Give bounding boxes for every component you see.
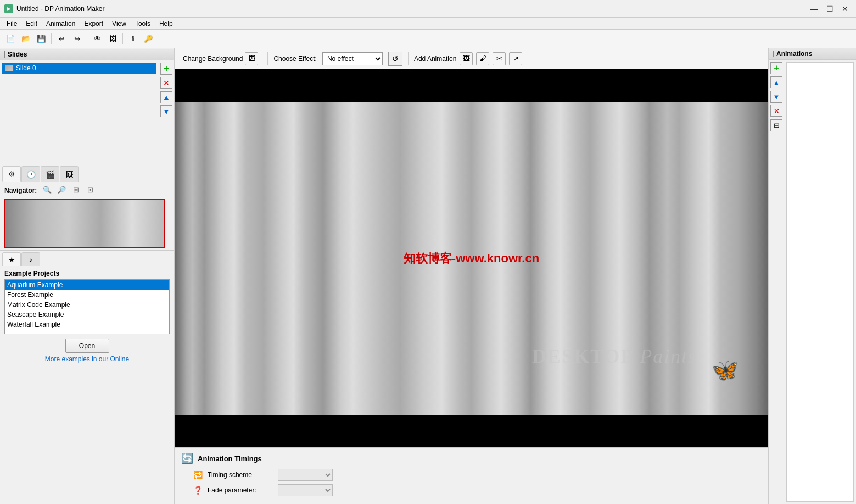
menu-edit[interactable]: Edit [21, 19, 42, 29]
slide-canvas[interactable]: 知软博客-www.knowr.cn DESKTOP Paints 🦋 [175, 69, 768, 447]
zoom-out-button[interactable]: 🔎 [55, 184, 68, 194]
tab-favorites[interactable]: ★ [2, 252, 21, 266]
add-animation-ctrl-button[interactable]: + [770, 62, 782, 74]
fade-param-row: ❓ Fade parameter: [181, 484, 762, 496]
slide-thumbnail [5, 65, 14, 71]
info-button[interactable]: ℹ [126, 32, 140, 46]
canvas-middle: 知软博客-www.knowr.cn DESKTOP Paints 🦋 [175, 102, 768, 415]
slide-tabs-bar: ⚙ 🕐 🎬 🖼 [0, 165, 174, 182]
example-projects-list: Aquarium Example Forest Example Matrix C… [4, 279, 170, 334]
butterfly-image: 🦋 [711, 357, 738, 383]
maximize-button[interactable]: ☐ [823, 3, 836, 14]
animations-area: + ▲ ▼ ✕ ⊟ [769, 60, 856, 504]
example-projects-title: Example Projects [4, 270, 170, 277]
fit-button[interactable]: ⊞ [70, 184, 82, 194]
header-line [4, 51, 5, 58]
slide-label: Slide 0 [16, 64, 36, 72]
menu-export[interactable]: Export [80, 19, 108, 29]
example-item-seascape[interactable]: Seascape Example [5, 310, 169, 320]
add-animation-brush-btn[interactable]: 🖌 [476, 52, 489, 65]
effect-select[interactable]: No effect [322, 52, 383, 65]
open-button[interactable]: 📂 [19, 32, 33, 46]
choose-effect-label: Choose Effect: [273, 55, 317, 63]
example-item-forest[interactable]: Forest Example [5, 290, 169, 300]
open-example-button[interactable]: Open [65, 339, 109, 353]
remove-slide-button[interactable]: ✕ [160, 77, 172, 89]
action-toolbar: Change Background 🖼 Choose Effect: No ef… [175, 48, 768, 69]
move-anim-up-button[interactable]: ▲ [770, 76, 782, 88]
right-panel: Animations + ▲ ▼ ✕ ⊟ [768, 48, 856, 504]
more-examples-link[interactable]: More examples in our Online [4, 355, 170, 365]
main-toolbar: 📄 📂 💾 ↩ ↪ 👁 🖼 ℹ 🔑 [0, 30, 856, 48]
toolbar-separator-1 [51, 33, 52, 44]
actual-size-button[interactable]: ⊡ [84, 184, 96, 194]
tab-settings[interactable]: ⚙ [2, 166, 21, 182]
nav-controls: 🔍 🔎 ⊞ ⊡ [41, 184, 96, 194]
add-animation-label: Add Animation [414, 55, 456, 63]
title-bar-controls: — ☐ ✕ [808, 3, 852, 14]
fade-param-select[interactable] [278, 484, 333, 496]
slides-list: Slide 0 [0, 60, 159, 165]
minimize-button[interactable]: — [808, 3, 821, 14]
move-slide-up-button[interactable]: ▲ [160, 91, 172, 103]
preview-button[interactable]: 👁 [90, 32, 104, 46]
timing-scheme-select[interactable] [278, 469, 333, 481]
timings-title-row: 🔄 Animation Timings [181, 452, 762, 464]
canvas-area: 知软博客-www.knowr.cn DESKTOP Paints 🦋 🔄 Ani… [175, 69, 768, 504]
example-item-waterfall[interactable]: Waterfall Example [5, 320, 169, 329]
effect-refresh-button[interactable]: ↺ [388, 52, 402, 66]
slides-title: Slides [8, 51, 27, 58]
tab-timing[interactable]: 🕐 [21, 166, 40, 182]
add-animation-scissors-btn[interactable]: ✂ [493, 52, 506, 65]
add-animation-arrow-btn[interactable]: ↗ [509, 52, 522, 65]
tab-music[interactable]: ♪ [21, 252, 40, 266]
fade-icon: ❓ [192, 486, 203, 495]
close-button[interactable]: ✕ [838, 3, 852, 14]
desktop-paints-text: DESKTOP Paints [532, 345, 697, 368]
image-button[interactable]: 🖼 [105, 32, 120, 46]
zoom-in-button[interactable]: 🔍 [41, 184, 53, 194]
menu-animation[interactable]: Animation [42, 19, 80, 29]
menu-tools[interactable]: Tools [131, 19, 155, 29]
change-bg-icon-btn[interactable]: 🖼 [245, 52, 258, 65]
navigator-section: Navigator: 🔍 🔎 ⊞ ⊡ [0, 182, 174, 250]
redo-button[interactable]: ↪ [70, 32, 84, 46]
canvas-top-black [175, 69, 768, 102]
key-button[interactable]: 🔑 [141, 32, 155, 46]
menu-file[interactable]: File [2, 19, 21, 29]
main-layout: Slides Slide 0 + ✕ ▲ ▼ ⚙ 🕐 [0, 48, 856, 504]
timing-scheme-icon: 🔁 [192, 471, 203, 479]
slide-item[interactable]: Slide 0 [2, 63, 156, 74]
tab-video[interactable]: 🎬 [41, 166, 59, 182]
move-slide-down-button[interactable]: ▼ [160, 105, 172, 117]
new-button[interactable]: 📄 [3, 32, 18, 46]
timing-scheme-label: Timing scheme [208, 471, 273, 479]
slides-controls: + ✕ ▲ ▼ [159, 60, 174, 165]
title-bar-left: ▶ Untitled - DP Animation Maker [4, 4, 105, 13]
animations-title: Animations [776, 50, 812, 58]
menu-view[interactable]: View [108, 19, 131, 29]
menu-help[interactable]: Help [155, 19, 177, 29]
example-item-aquarium[interactable]: Aquarium Example [5, 280, 169, 290]
remove-anim-button[interactable]: ✕ [770, 105, 782, 117]
move-anim-down-button[interactable]: ▼ [770, 91, 782, 103]
tab-image[interactable]: 🖼 [60, 166, 79, 182]
add-animation-image-btn[interactable]: 🖼 [460, 52, 473, 65]
example-projects-section: Example Projects Aquarium Example Forest… [0, 266, 174, 504]
title-bar: ▶ Untitled - DP Animation Maker — ☐ ✕ [0, 0, 856, 18]
left-panel: Slides Slide 0 + ✕ ▲ ▼ ⚙ 🕐 [0, 48, 175, 504]
timings-icon: 🔄 [181, 452, 193, 464]
extra-anim-button[interactable]: ⊟ [770, 119, 782, 131]
timings-title: Animation Timings [198, 455, 262, 463]
undo-button[interactable]: ↩ [54, 32, 69, 46]
navigator-preview [4, 199, 165, 248]
watermark-text: 知软博客-www.knowr.cn [404, 250, 539, 267]
change-background-button[interactable]: Change Background 🖼 [179, 50, 262, 68]
save-button[interactable]: 💾 [34, 32, 48, 46]
add-slide-button[interactable]: + [160, 63, 172, 75]
animations-header: Animations [769, 48, 856, 60]
navigator-text: Navigator: [4, 187, 37, 194]
window-title: Untitled - DP Animation Maker [16, 5, 105, 13]
anim-controls: + ▲ ▼ ✕ ⊟ [769, 60, 784, 504]
example-item-matrix[interactable]: Matrix Code Example [5, 300, 169, 310]
